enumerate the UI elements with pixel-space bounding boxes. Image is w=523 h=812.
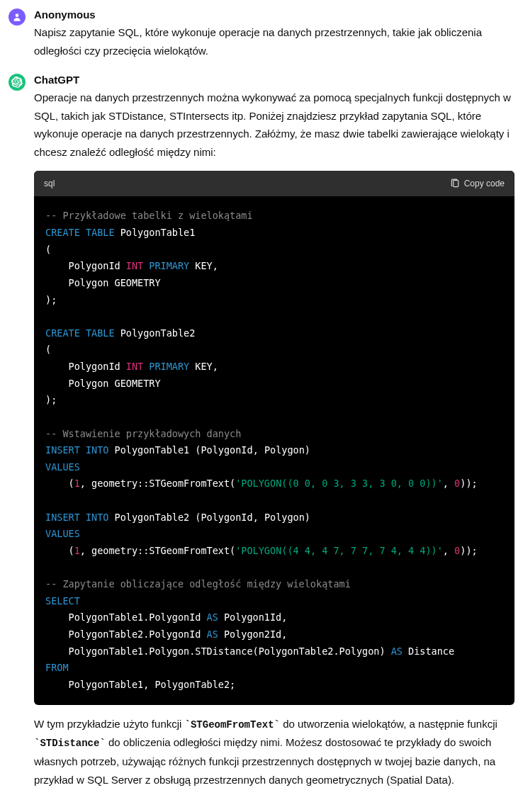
assistant-content: ChatGPT Operacje na danych przestrzennyc… [34, 74, 514, 799]
user-text: Napisz zapytanie SQL, które wykonuje ope… [34, 23, 514, 60]
code-header: sql Copy code [34, 171, 514, 196]
user-message: Anonymous Napisz zapytanie SQL, które wy… [9, 9, 514, 60]
assistant-text: Operacje na danych przestrzennych można … [34, 89, 514, 789]
copy-code-button[interactable]: Copy code [450, 179, 505, 188]
assistant-intro: Operacje na danych przestrzennych można … [34, 89, 514, 161]
user-avatar [9, 9, 26, 26]
inline-code-stgeom: `STGeomFromText` [185, 719, 280, 731]
svg-rect-1 [453, 181, 458, 187]
code-lang: sql [44, 176, 55, 191]
assistant-author: ChatGPT [34, 74, 514, 86]
assistant-avatar [9, 74, 26, 91]
clipboard-icon [450, 179, 460, 188]
copy-code-label: Copy code [464, 179, 505, 188]
openai-icon [11, 77, 23, 88]
code-block: sql Copy code -- Przykładowe tabelki z w… [34, 171, 514, 705]
person-icon [12, 12, 22, 22]
assistant-message: ChatGPT Operacje na danych przestrzennyc… [9, 74, 514, 799]
code-body: -- Przykładowe tabelki z wielokątami CRE… [34, 196, 514, 704]
code-content: -- Przykładowe tabelki z wielokątami CRE… [45, 208, 503, 693]
user-author: Anonymous [34, 9, 514, 21]
inline-code-stdistance: `STDistance` [34, 738, 106, 749]
svg-point-0 [16, 13, 19, 17]
assistant-outro: W tym przykładzie użyto funkcji `STGeomF… [34, 715, 514, 789]
user-content: Anonymous Napisz zapytanie SQL, które wy… [34, 9, 514, 60]
